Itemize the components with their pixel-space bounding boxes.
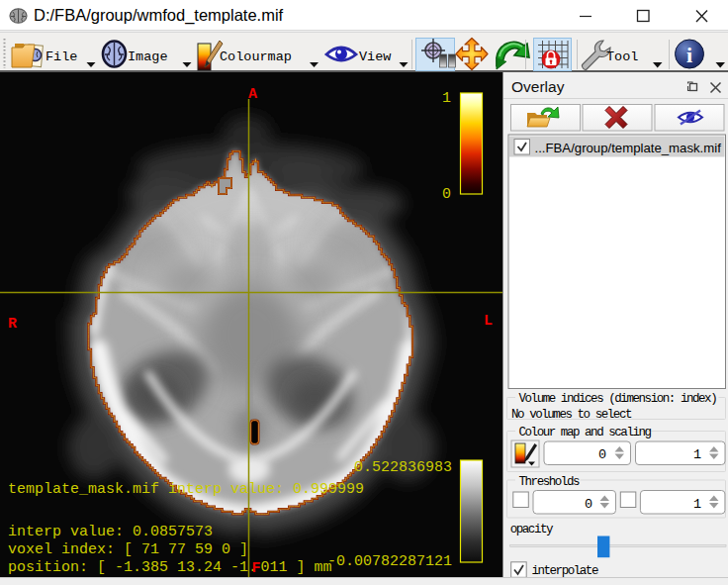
svg-text:Colourmap: Colourmap xyxy=(220,49,292,64)
svg-text:011 ] mm: 011 ] mm xyxy=(261,559,332,576)
svg-text:0.522836983: 0.522836983 xyxy=(354,459,452,476)
svg-text:0: 0 xyxy=(598,447,606,462)
svg-text:1: 1 xyxy=(693,447,701,462)
svg-text:voxel index: [ 71 77 59 0 ]: voxel index: [ 71 77 59 0 ] xyxy=(8,541,248,558)
svg-text:A: A xyxy=(248,86,257,103)
svg-text:Volume indices (dimension: ind: Volume indices (dimension: index) xyxy=(519,392,717,406)
svg-text:position: [ -1.385 13.24 -1.: position: [ -1.385 13.24 -1. xyxy=(8,559,257,576)
svg-text:Tool: Tool xyxy=(606,49,638,64)
svg-text:L: L xyxy=(484,313,493,330)
svg-text:No volumes to select: No volumes to select xyxy=(511,408,632,422)
svg-text:opacity: opacity xyxy=(510,523,554,536)
svg-text:View: View xyxy=(359,49,391,64)
svg-text:Colour map and scaling: Colour map and scaling xyxy=(519,426,652,439)
svg-text:interpolate: interpolate xyxy=(531,564,598,578)
svg-text:-0.00782287121: -0.00782287121 xyxy=(327,553,452,570)
svg-text:1: 1 xyxy=(442,90,451,107)
svg-text:0: 0 xyxy=(585,497,592,512)
svg-text:interp value: 0.0857573: interp value: 0.0857573 xyxy=(8,524,213,540)
svg-text:i: i xyxy=(686,43,692,67)
svg-text:1: 1 xyxy=(693,497,701,512)
svg-text:R: R xyxy=(8,316,17,333)
svg-text:0: 0 xyxy=(442,186,451,203)
svg-text:Thresholds: Thresholds xyxy=(519,475,580,489)
svg-text:Overlay: Overlay xyxy=(511,78,565,95)
svg-text:...FBA/group/template_mask.mif: ...FBA/group/template_mask.mif xyxy=(535,141,722,155)
svg-text:F: F xyxy=(252,560,261,577)
svg-text:File: File xyxy=(46,49,77,64)
svg-text:Image: Image xyxy=(128,49,168,64)
svg-text:template_mask.mif interp value: template_mask.mif interp value: 0.999999 xyxy=(8,481,364,498)
